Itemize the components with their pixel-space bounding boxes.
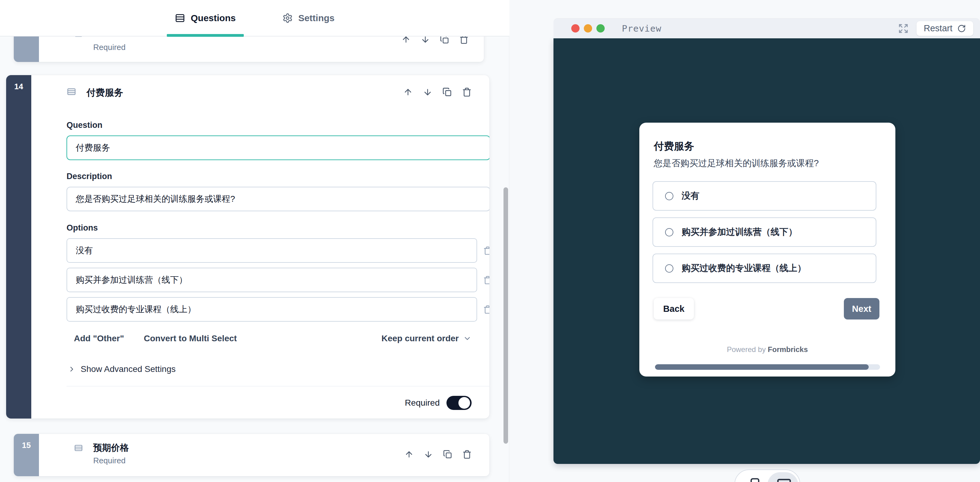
survey-preview-area: 付费服务 您是否购买过足球相关的训练服务或课程? 没有 购买并参加过训练营（线下…	[554, 38, 980, 464]
next-button[interactable]: Next	[844, 298, 880, 320]
add-other-button[interactable]: Add "Other"	[74, 334, 124, 344]
progress-bar	[655, 364, 880, 370]
question-card-next[interactable]: 15 预期价格 Required	[14, 434, 489, 476]
smartphone-icon[interactable]	[748, 478, 761, 482]
show-advanced-settings-button[interactable]: Show Advanced Settings	[68, 364, 176, 374]
monitor-icon[interactable]	[777, 478, 791, 482]
question-number: 14	[14, 82, 23, 418]
tab-settings[interactable]: Settings	[274, 0, 342, 36]
move-up-button[interactable]	[403, 87, 413, 97]
question-field-label: Question	[67, 121, 102, 130]
chevron-right-icon	[68, 365, 76, 373]
trash-icon[interactable]	[483, 276, 489, 285]
survey-question: 付费服务	[654, 140, 694, 153]
restart-button[interactable]: Restart	[916, 21, 973, 36]
preview-window-header: Preview Restart	[554, 18, 980, 38]
survey-editor-panel: Required 14 付费服务 Question	[0, 0, 509, 482]
close-icon[interactable]	[571, 24, 579, 32]
survey-card: 付费服务 您是否购买过足球相关的训练服务或课程? 没有 购买并参加过训练营（线下…	[640, 122, 896, 377]
minimize-icon[interactable]	[584, 24, 592, 32]
convert-multi-select-button[interactable]: Convert to Multi Select	[144, 334, 237, 344]
move-up-button[interactable]	[404, 450, 414, 459]
back-button[interactable]: Back	[654, 298, 694, 320]
delete-button[interactable]	[462, 87, 472, 97]
survey-option[interactable]: 没有	[652, 181, 877, 211]
option-input[interactable]: 没有	[67, 238, 477, 263]
gear-icon	[282, 13, 293, 23]
progress-fill	[655, 364, 869, 370]
question-input[interactable]: 付费服务	[67, 135, 489, 160]
powered-by: Powered by Formbricks	[640, 345, 896, 354]
question-number-bar: 15	[14, 434, 39, 476]
move-down-button[interactable]	[423, 87, 432, 97]
device-preview-switch	[734, 469, 800, 482]
question-number: 15	[22, 441, 31, 476]
description-input[interactable]: 您是否购买过足球相关的训练服务或课程?	[67, 187, 489, 211]
rows-icon	[175, 13, 185, 23]
question-type-icon	[67, 87, 76, 97]
question-type-icon	[74, 443, 83, 453]
radio-icon	[665, 228, 673, 236]
survey-option[interactable]: 购买并参加过训练营（线下）	[652, 217, 877, 247]
order-dropdown-label: Keep current order	[382, 334, 459, 344]
duplicate-button[interactable]	[442, 87, 452, 97]
question-card-title: 付费服务	[86, 86, 123, 99]
required-badge: Required	[93, 456, 126, 465]
survey-description: 您是否购买过足球相关的训练服务或课程?	[654, 157, 819, 170]
trash-icon[interactable]	[483, 246, 489, 255]
refresh-icon	[957, 24, 966, 33]
question-card-active: 14 付费服务 Question 付费服务 Description	[6, 75, 489, 418]
scrollbar[interactable]	[503, 187, 508, 444]
radio-icon	[665, 192, 673, 200]
preview-title: Preview	[622, 23, 662, 34]
option-input[interactable]: 购买过收费的专业课程（线上）	[67, 297, 477, 321]
brand-name: Formbricks	[768, 345, 808, 353]
trash-icon[interactable]	[483, 305, 489, 314]
description-field-label: Description	[67, 172, 112, 181]
move-down-button[interactable]	[424, 450, 433, 459]
maximize-icon[interactable]	[597, 24, 605, 32]
option-input[interactable]: 购买并参加过训练营（线下）	[67, 268, 477, 292]
duplicate-button[interactable]	[443, 450, 452, 459]
expand-icon[interactable]	[898, 23, 908, 34]
question-number-bar: 14	[6, 75, 31, 418]
required-badge: Required	[93, 43, 126, 52]
delete-button[interactable]	[462, 450, 472, 459]
required-label: Required	[405, 398, 440, 408]
question-card-title: 预期价格	[93, 442, 129, 454]
required-toggle[interactable]	[447, 396, 472, 410]
tab-questions[interactable]: Questions	[167, 0, 244, 36]
chevron-down-icon	[463, 334, 472, 343]
required-row: Required	[405, 396, 472, 410]
options-field-label: Options	[67, 223, 98, 233]
editor-tab-bar: Questions Settings	[0, 0, 509, 37]
survey-option[interactable]: 购买过收费的专业课程（线上）	[652, 254, 877, 283]
radio-icon	[665, 264, 673, 273]
order-dropdown[interactable]: Keep current order	[382, 334, 472, 344]
